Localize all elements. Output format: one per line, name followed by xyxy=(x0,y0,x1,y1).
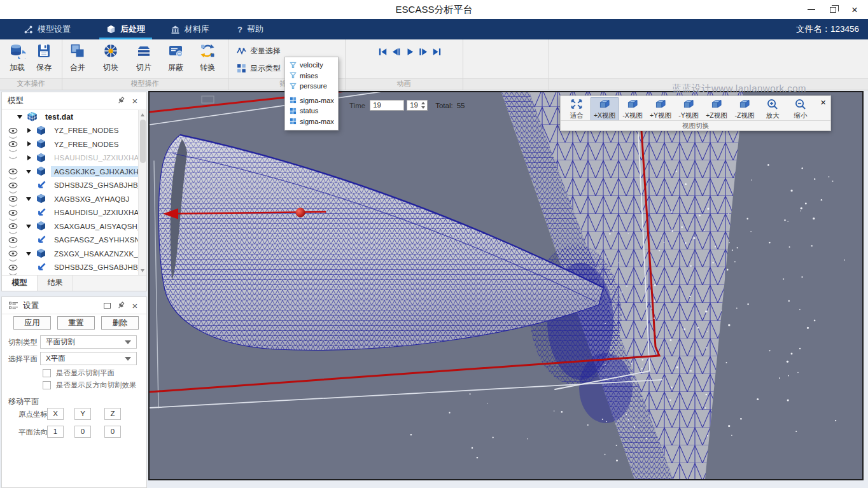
panel-tab[interactable]: 结果 xyxy=(38,275,73,291)
tree-item-label[interactable]: HSAUHDISU_JZXIUXHAHX xyxy=(51,153,138,164)
pin-icon[interactable] xyxy=(115,95,127,106)
view-button[interactable]: +X视图 xyxy=(591,97,619,121)
tree-row[interactable]: AGSGKJKG_GJHXAJKHXA xyxy=(2,165,138,179)
expander-icon[interactable] xyxy=(26,251,32,257)
view-button[interactable]: 适合 xyxy=(563,97,591,121)
tree-row[interactable]: SDHSBJZS_GHSABJHB_ZAHU xyxy=(2,261,138,275)
tree-item-label[interactable]: SDHSBJZS_GHSABJHB_ZAHU xyxy=(51,180,138,191)
save-button[interactable]: 保存 xyxy=(29,43,59,73)
skip-first-button[interactable] xyxy=(379,48,388,56)
view-button[interactable]: 放大 xyxy=(759,97,787,121)
merge-button[interactable]: 合并 xyxy=(63,43,92,73)
pin-icon[interactable] xyxy=(115,300,127,311)
visibility-eye-icon[interactable] xyxy=(8,127,18,134)
dropdown-item[interactable]: status xyxy=(285,106,338,116)
visibility-eye-icon[interactable] xyxy=(8,250,18,257)
tree-item-label[interactable]: YZ_FREE_NODES xyxy=(51,125,122,136)
dropdown-item[interactable]: sigma-max xyxy=(285,116,338,127)
menu-item-postprocess[interactable]: 后处理 xyxy=(102,19,150,39)
view-button[interactable]: +Z视图 xyxy=(703,97,731,121)
restore-button[interactable] xyxy=(822,0,844,19)
origin-x-input[interactable]: X xyxy=(47,408,64,420)
expander-icon[interactable] xyxy=(26,223,32,230)
normal-x-input[interactable]: 1 xyxy=(47,426,64,438)
dropdown-item[interactable]: mises xyxy=(285,71,338,81)
cut-block-button[interactable]: 切块 xyxy=(96,43,125,73)
visibility-eye-icon[interactable] xyxy=(8,195,18,202)
dropdown-item[interactable]: perssure xyxy=(285,81,338,92)
tree-row[interactable]: HSAUHDISU_JZXIUXHAHX xyxy=(2,206,138,220)
tree-item-label[interactable]: test.dat xyxy=(42,111,76,123)
expander-icon[interactable] xyxy=(26,127,32,134)
dropdown-item[interactable]: velocity xyxy=(285,60,338,71)
slice-button[interactable]: 切片 xyxy=(129,43,158,73)
expander-icon[interactable] xyxy=(17,114,24,120)
viewport-3d[interactable] xyxy=(148,91,864,480)
tree-row[interactable]: YZ_FREE_NODES xyxy=(2,124,138,138)
view-button[interactable]: +Y视图 xyxy=(647,97,675,121)
tree-row[interactable]: SDHSBJZS_GHSABJHB_ZAHU xyxy=(2,179,138,193)
visibility-eye-icon[interactable] xyxy=(8,155,18,162)
step-forward-button[interactable] xyxy=(419,48,428,56)
play-button[interactable] xyxy=(405,48,414,56)
tree-row[interactable]: SAGFASGZ_ASYHHXSN xyxy=(2,234,138,247)
tree-row[interactable]: ZSXGX_HSAKAZNZXK_AHASX xyxy=(2,247,138,261)
visibility-eye-icon[interactable] xyxy=(8,237,18,244)
tree-row[interactable]: XSAXGAUS_AISYAQSH_ASHX xyxy=(2,220,138,234)
view-button[interactable]: -Z视图 xyxy=(731,97,759,121)
reset-button[interactable]: 重置 xyxy=(57,316,95,330)
load-button[interactable]: 加载 xyxy=(3,43,32,73)
menu-item-model-setup[interactable]: 模型设置 xyxy=(19,19,75,39)
tree-item-label[interactable]: ZSXGX_HSAKAZNZXK_AHASX xyxy=(51,248,138,259)
origin-z-input[interactable]: Z xyxy=(104,408,121,420)
view-button[interactable]: -Y视图 xyxy=(675,97,703,121)
cut-type-select[interactable]: 平面切割 xyxy=(40,335,137,349)
expander-icon[interactable] xyxy=(26,169,32,175)
normal-z-input[interactable]: 0 xyxy=(104,426,121,438)
visibility-eye-icon[interactable] xyxy=(8,264,18,271)
reverse-cut-checkbox[interactable] xyxy=(43,381,51,389)
expander-icon[interactable] xyxy=(26,155,32,161)
tree-item-label[interactable]: AGSGKJKG_GJHXAJKHXA xyxy=(51,166,138,177)
close-icon[interactable]: × xyxy=(820,97,826,108)
visibility-eye-icon[interactable] xyxy=(8,209,18,216)
step-back-button[interactable] xyxy=(392,48,401,56)
time-input[interactable]: 19 xyxy=(370,100,404,111)
tree-scrollbar[interactable] xyxy=(138,110,146,275)
delete-button[interactable]: 删除 xyxy=(101,316,139,330)
visibility-eye-icon[interactable] xyxy=(8,168,18,175)
close-icon[interactable]: × xyxy=(129,300,141,311)
stepper-arrows[interactable] xyxy=(420,101,426,110)
tree-item-label[interactable]: XAGBSXG_AYHAQBJ xyxy=(51,193,132,204)
tree-item-label[interactable]: HSAUHDISU_JZXIUXHAHX xyxy=(51,207,138,218)
normal-y-input[interactable]: 0 xyxy=(74,426,91,438)
tree-row[interactable]: HSAUHDISU_JZXIUXHAHX xyxy=(2,151,138,165)
float-window-icon[interactable] xyxy=(101,300,113,311)
tree-row[interactable]: XAGBSXG_AYHAQBJ xyxy=(2,192,138,206)
tree-item-label[interactable]: SAGFASGZ_ASYHHXSN xyxy=(51,235,138,246)
tree-item-label[interactable]: XSAXGAUS_AISYAQSH_ASHX xyxy=(51,221,138,232)
tree-row[interactable]: test.dat xyxy=(2,110,138,124)
close-button[interactable]: × xyxy=(844,0,865,19)
time-stepper[interactable]: 19 xyxy=(407,100,428,111)
scroll-up-icon[interactable] xyxy=(139,111,146,118)
mask-button[interactable]: 屏蔽 xyxy=(161,43,190,73)
skip-last-button[interactable] xyxy=(432,48,441,56)
panel-tab[interactable]: 模型 xyxy=(2,275,38,291)
tree-row[interactable]: YZ_FREE_NODES xyxy=(2,137,138,151)
view-button[interactable]: 缩小 xyxy=(787,97,815,121)
close-icon[interactable]: × xyxy=(129,95,141,106)
visibility-eye-icon[interactable] xyxy=(8,223,18,230)
expander-icon[interactable] xyxy=(26,196,32,202)
visibility-eye-icon[interactable] xyxy=(8,141,18,148)
scroll-down-icon[interactable] xyxy=(139,267,146,274)
view-button[interactable]: -X视图 xyxy=(619,97,647,121)
menu-item-help[interactable]: ? 帮助 xyxy=(233,19,268,39)
scrollbar-thumb[interactable] xyxy=(140,120,146,163)
show-cut-plane-checkbox[interactable] xyxy=(43,369,51,377)
visibility-eye-icon[interactable] xyxy=(8,182,18,189)
menu-item-material-library[interactable]: 材料库 xyxy=(166,19,214,39)
tree-item-label[interactable]: SDHSBJZS_GHSABJHB_ZAHU xyxy=(51,262,138,273)
expander-icon[interactable] xyxy=(26,141,32,148)
plane-select[interactable]: X平面 xyxy=(40,352,137,365)
